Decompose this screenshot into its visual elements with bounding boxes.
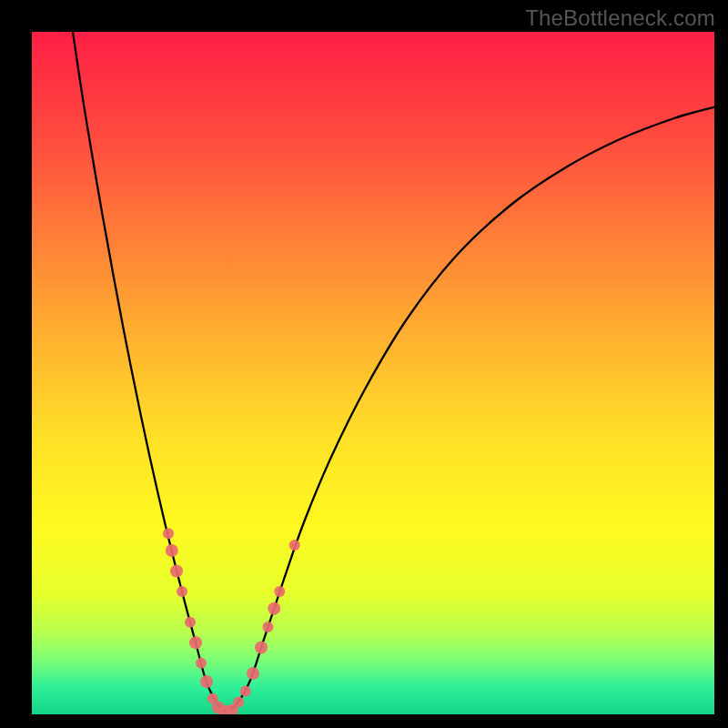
- data-marker: [200, 675, 213, 688]
- data-marker: [263, 622, 274, 632]
- data-marker: [255, 642, 268, 654]
- data-marker: [268, 602, 280, 615]
- data-marker: [196, 658, 207, 669]
- data-marker: [289, 540, 300, 551]
- data-marker: [274, 586, 285, 597]
- watermark-text: TheBottleneck.com: [525, 5, 715, 31]
- plot-area: [32, 32, 714, 714]
- data-marker: [233, 697, 244, 708]
- data-marker: [166, 544, 178, 557]
- data-marker: [170, 565, 183, 578]
- data-marker: [247, 667, 259, 680]
- plot-svg: [32, 32, 714, 714]
- data-marker: [240, 686, 251, 697]
- chart-frame: TheBottleneck.com: [0, 0, 728, 728]
- data-marker: [163, 528, 174, 539]
- data-marker: [185, 617, 196, 628]
- data-marker: [177, 586, 187, 597]
- data-marker: [189, 636, 202, 649]
